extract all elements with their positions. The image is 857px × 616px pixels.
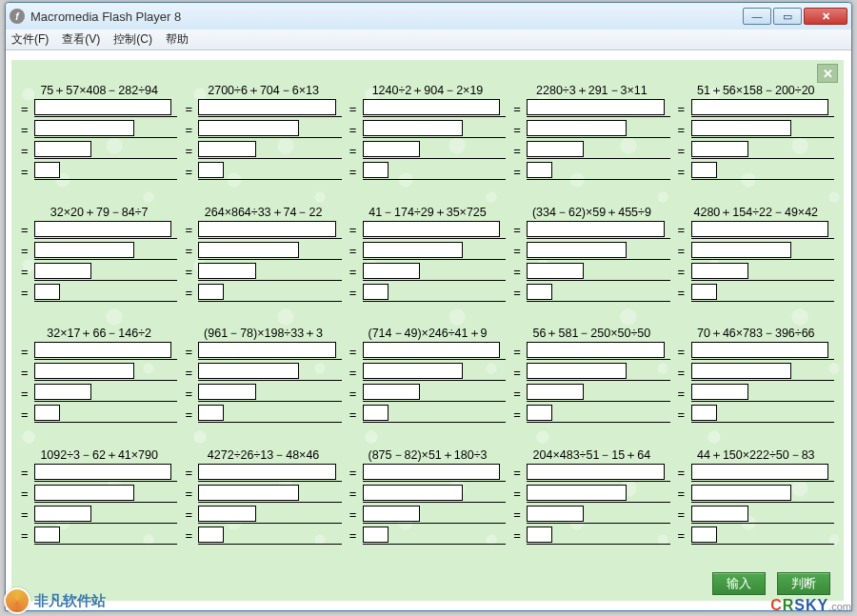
menu-file[interactable]: 文件(F) <box>11 31 49 48</box>
answer-input[interactable] <box>527 141 584 157</box>
answer-input[interactable] <box>527 221 664 237</box>
answer-input[interactable] <box>691 120 791 136</box>
close-button[interactable]: ✕ <box>804 8 847 25</box>
answer-input[interactable] <box>198 363 298 379</box>
answer-input[interactable] <box>691 485 791 501</box>
answer-input[interactable] <box>198 162 224 178</box>
answer-input[interactable] <box>691 405 717 421</box>
answer-input[interactable] <box>198 99 335 115</box>
answer-input[interactable] <box>691 384 748 400</box>
answer-input[interactable] <box>363 263 420 279</box>
answer-input[interactable] <box>363 363 463 379</box>
equals-sign: = <box>513 265 527 279</box>
answer-input[interactable] <box>527 263 584 279</box>
answer-input[interactable] <box>363 141 420 157</box>
maximize-button[interactable]: ▭ <box>773 8 802 25</box>
answer-input[interactable] <box>691 284 717 300</box>
answer-input[interactable] <box>527 242 627 258</box>
answer-input[interactable] <box>198 242 298 258</box>
answer-input[interactable] <box>363 384 420 400</box>
answer-input[interactable] <box>527 162 552 178</box>
answer-input[interactable] <box>198 120 298 136</box>
answer-input[interactable] <box>34 221 171 237</box>
answer-input[interactable] <box>198 263 255 279</box>
answer-input[interactable] <box>34 120 134 136</box>
answer-input[interactable] <box>527 284 552 300</box>
answer-input[interactable] <box>34 162 60 178</box>
answer-input[interactable] <box>527 527 552 543</box>
answer-input[interactable] <box>527 464 664 480</box>
answer-input[interactable] <box>34 342 171 358</box>
answer-input[interactable] <box>198 221 335 237</box>
answer-input[interactable] <box>363 342 500 358</box>
answer-input[interactable] <box>363 221 500 237</box>
menu-view[interactable]: 查看(V) <box>62 31 100 48</box>
answer-input[interactable] <box>691 141 748 157</box>
answer-line <box>34 142 177 159</box>
enter-button[interactable]: 输入 <box>712 572 766 595</box>
equals-sign: = <box>21 165 34 179</box>
answer-input[interactable] <box>691 263 748 279</box>
answer-input[interactable] <box>363 506 420 522</box>
answer-line <box>691 243 834 260</box>
answer-input[interactable] <box>363 242 463 258</box>
answer-input[interactable] <box>198 464 335 480</box>
answer-input[interactable] <box>691 363 791 379</box>
answer-input[interactable] <box>198 141 255 157</box>
answer-input[interactable] <box>34 485 134 501</box>
problem-grid: 75＋57×408－282÷94====2700÷6＋704－6×13====1… <box>21 83 834 565</box>
answer-input[interactable] <box>363 405 389 421</box>
answer-input[interactable] <box>363 162 389 178</box>
equals-sign: = <box>21 286 34 300</box>
answer-input[interactable] <box>527 120 627 136</box>
answer-input[interactable] <box>363 527 389 543</box>
answer-input[interactable] <box>691 242 791 258</box>
judge-button[interactable]: 判断 <box>777 572 830 595</box>
answer-input[interactable] <box>527 485 627 501</box>
answer-input[interactable] <box>527 405 552 421</box>
answer-input[interactable] <box>691 162 717 178</box>
answer-input[interactable] <box>198 284 224 300</box>
answer-input[interactable] <box>691 221 828 237</box>
answer-input[interactable] <box>34 284 60 300</box>
answer-input[interactable] <box>198 384 255 400</box>
answer-input[interactable] <box>691 99 828 115</box>
answer-input[interactable] <box>34 99 171 115</box>
answer-input[interactable] <box>527 384 584 400</box>
answer-input[interactable] <box>34 506 91 522</box>
answer-input[interactable] <box>198 527 224 543</box>
answer-input[interactable] <box>691 464 828 480</box>
answer-input[interactable] <box>691 527 717 543</box>
answer-input[interactable] <box>34 384 91 400</box>
answer-input[interactable] <box>363 464 500 480</box>
minimize-button[interactable]: — <box>743 8 771 25</box>
answer-input[interactable] <box>198 405 224 421</box>
panel-close-button[interactable]: ✕ <box>817 64 838 83</box>
answer-input[interactable] <box>34 263 91 279</box>
answer-input[interactable] <box>363 284 389 300</box>
answer-input[interactable] <box>34 363 134 379</box>
equals-sign: = <box>678 466 691 480</box>
answer-input[interactable] <box>34 405 60 421</box>
answer-input[interactable] <box>691 342 828 358</box>
menu-help[interactable]: 帮助 <box>166 31 189 48</box>
answer-input[interactable] <box>363 99 500 115</box>
answer-input[interactable] <box>363 485 463 501</box>
answer-input[interactable] <box>363 120 463 136</box>
answer-input[interactable] <box>34 141 91 157</box>
answer-input[interactable] <box>34 464 171 480</box>
answer-line <box>198 222 341 239</box>
answer-input[interactable] <box>527 506 584 522</box>
answer-input[interactable] <box>34 242 134 258</box>
answer-input[interactable] <box>527 363 627 379</box>
menu-control[interactable]: 控制(C) <box>113 31 152 48</box>
answer-input[interactable] <box>691 506 748 522</box>
answer-input[interactable] <box>198 506 255 522</box>
answer-input[interactable] <box>527 342 664 358</box>
step-row: = <box>21 484 177 505</box>
answer-input[interactable] <box>527 99 664 115</box>
answer-input[interactable] <box>198 342 335 358</box>
answer-input[interactable] <box>198 485 298 501</box>
answer-input[interactable] <box>34 527 60 543</box>
equals-sign: = <box>513 387 527 401</box>
